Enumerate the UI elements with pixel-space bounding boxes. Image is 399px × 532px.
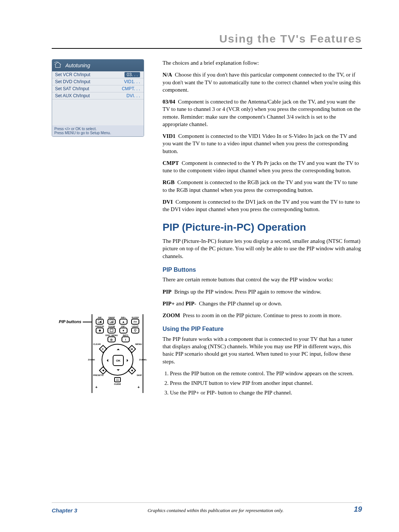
skip-button[interactable]: ◈: [128, 366, 136, 375]
remote-callout-label: PIP buttons: [52, 319, 83, 324]
desc-pip-plusminus: Changes the PIP channel up or down.: [199, 301, 282, 306]
menu-foot: Press </> or OK to select. Press MENU to…: [52, 125, 144, 136]
menu-row-sat[interactable]: Set SAT Ch/Input CMPT. . .: [52, 85, 144, 92]
svg-rect-5: [112, 321, 113, 322]
btn-label-sleep: SLEEP: [130, 316, 140, 319]
desc-zoom: Press to zoom in on the PIP picture. Con…: [183, 312, 341, 318]
btn-label-pip-plus: PIP+: [118, 316, 129, 319]
term-vid1: VID1: [163, 133, 175, 139]
steps-list: Press the PIP button on the remote contr…: [170, 370, 362, 397]
pip-button[interactable]: [96, 319, 104, 325]
menu-row-vcr[interactable]: Set VCR Ch/Input 03. . .: [52, 71, 144, 78]
label-zoom-plus: ZOOM+: [139, 359, 147, 361]
presets-button[interactable]: ◈: [99, 366, 108, 375]
term-pip-minus: PIP-: [185, 301, 196, 306]
btn-label-pip-minus: PIP-: [118, 325, 129, 328]
menu-key: Set SAT Ch/Input: [55, 86, 89, 91]
menu-key: Set VCR Ch/Input: [55, 72, 90, 77]
desc-dvi: Component is connected to the DVI jack o…: [163, 199, 360, 212]
callout-line: [83, 322, 92, 322]
menu-val: 03. . .: [125, 72, 140, 77]
nav-right[interactable]: [127, 359, 130, 362]
autotuning-icon: [54, 61, 63, 70]
light-button[interactable]: [131, 328, 139, 333]
desc-na: Choose this if you don't have this parti…: [163, 72, 361, 93]
pip-minus-button[interactable]: ▼: [119, 328, 127, 333]
plus-left: +: [95, 385, 98, 389]
svg-point-7: [134, 329, 136, 331]
menu-row-dvd[interactable]: Set DVD Ch/Input VID1. . .: [52, 78, 144, 85]
guide-button[interactable]: [114, 377, 121, 382]
nav-ring[interactable]: C M ◈ ◈ OK: [102, 344, 133, 376]
term-pip: PIP: [163, 289, 171, 295]
term-rgb: RGB: [163, 179, 175, 185]
btn-label-zoom: ZOOM: [106, 325, 117, 328]
ok-button[interactable]: OK: [113, 355, 124, 366]
pip-section-title: PIP (Picture-in-PC) Operation: [163, 220, 362, 234]
menu-title-text: Autotuning: [65, 62, 90, 68]
page-header-title: Using the TV's Features: [52, 33, 362, 49]
btn-label-info: INFO: [122, 334, 130, 336]
step-1: Press the PIP button on the remote contr…: [170, 370, 362, 377]
page-footer: Chapter 3 Graphics contained within this…: [52, 502, 362, 514]
clear-button[interactable]: C: [99, 345, 108, 353]
sleep-button[interactable]: Zzz: [131, 319, 139, 325]
and-word: and: [175, 301, 185, 306]
menu-val: DVI. . .: [126, 93, 140, 98]
footer-page-number: 19: [354, 505, 362, 514]
nav-down[interactable]: [117, 369, 120, 372]
btn-label-light: LIGHT: [130, 325, 140, 328]
footer-chapter: Chapter 3: [52, 507, 77, 514]
nav-left[interactable]: [105, 359, 108, 362]
desc-vid1: Component is connected to the VID1 Video…: [163, 133, 357, 154]
nav-up[interactable]: [117, 347, 120, 350]
desc-rgb: Component is connected to the RGB jack o…: [163, 179, 358, 193]
term-cmpt: CMPT: [163, 160, 179, 166]
disc-menu-button[interactable]: ◎: [108, 336, 116, 342]
btn-label-pip: PIP: [95, 316, 105, 319]
menu-foot-line2: Press MENU to go to Setup Menu.: [54, 131, 141, 135]
desc-cmpt: Component is connected to the Y Pb Pr ja…: [163, 160, 359, 173]
term-dvi: DVI: [163, 199, 173, 205]
svg-line-1: [54, 61, 57, 62]
menu-row-aux[interactable]: Set AUX Ch/Input DVI. . .: [52, 92, 144, 99]
label-presets: PRESETS: [93, 374, 103, 376]
pip-intro: The PIP (Picture-In-PC) feature lets you…: [163, 237, 362, 260]
label-clear: CLEAR: [93, 343, 101, 345]
menu-val: VID1. . .: [124, 79, 140, 84]
pip-buttons-title: PIP Buttons: [163, 266, 362, 274]
term-pip-plus: PIP+: [163, 301, 175, 306]
remote-body: PIP SWAP PIP+▲ SLEEPZzz FREEZE✱ ZOOM PIP…: [92, 314, 143, 393]
footer-caption: Graphics contained within this publicati…: [77, 508, 354, 514]
step-2: Press the INPUT button to view PIP from …: [170, 379, 362, 387]
plus-right: +: [137, 385, 140, 389]
menu-key: Set AUX Ch/Input: [55, 93, 90, 98]
info-button[interactable]: i: [122, 336, 130, 342]
using-pip-intro: The PIP feature works with a component t…: [163, 335, 362, 365]
label-menu: MENU: [135, 343, 142, 345]
btn-label-disc-menu: DISC MENU: [105, 334, 118, 336]
btn-label-swap: SWAP: [106, 316, 117, 319]
pip-plus-button[interactable]: ▲: [119, 319, 127, 325]
intro-line: The choices and a brief explanation foll…: [163, 59, 362, 67]
menu-title-bar: Autotuning: [52, 60, 144, 71]
term-zoom: ZOOM: [163, 312, 180, 318]
autotuning-menu: Autotuning Set VCR Ch/Input 03. . . Set …: [52, 59, 144, 137]
using-pip-title: Using the PIP Feature: [163, 325, 362, 333]
menu-foot-line1: Press </> or OK to select.: [54, 127, 141, 131]
zoom-button[interactable]: [108, 328, 116, 333]
menu-button[interactable]: M: [128, 345, 136, 353]
svg-rect-3: [100, 321, 101, 322]
desc-pip: Brings up the PIP window. Press PIP agai…: [174, 289, 321, 295]
desc-0304: Component is connected to the Antenna/Ca…: [163, 99, 361, 127]
body-text: The choices and a brief explanation foll…: [163, 59, 362, 399]
pip-buttons-intro: There are certain remote buttons that co…: [163, 276, 362, 283]
term-na: N/A: [163, 72, 172, 78]
btn-label-freeze: FREEZE: [95, 325, 105, 328]
svg-marker-0: [55, 62, 61, 67]
term-0304: 03/04: [163, 99, 175, 105]
swap-button[interactable]: [108, 319, 116, 325]
menu-val: CMPT. . .: [122, 86, 140, 91]
freeze-button[interactable]: ✱: [96, 328, 104, 333]
step-3: Use the PIP+ or PIP- button to change th…: [170, 389, 362, 396]
